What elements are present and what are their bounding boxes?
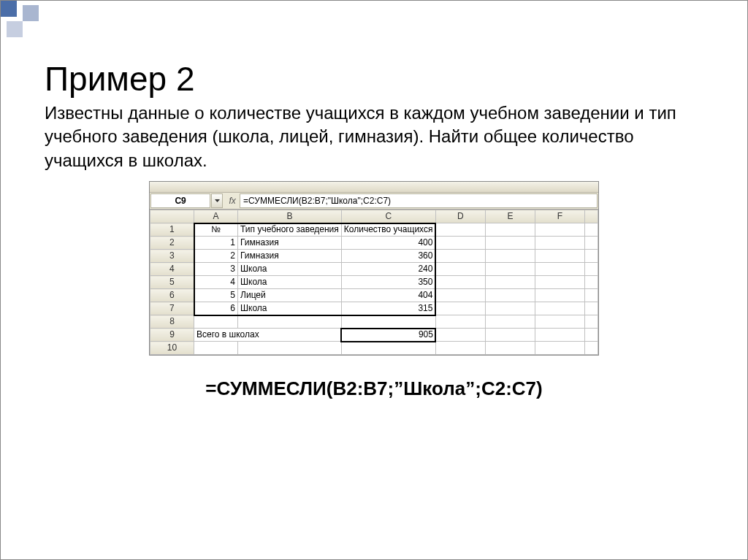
cell[interactable] — [485, 329, 535, 342]
col-header-B[interactable]: B — [238, 210, 342, 223]
chevron-down-icon — [215, 199, 220, 202]
cell[interactable]: № — [194, 223, 238, 237]
cell[interactable]: 1 — [194, 237, 238, 250]
excel-toolbar-strip — [150, 182, 598, 193]
row-header[interactable]: 6 — [150, 289, 194, 302]
cell[interactable] — [584, 289, 598, 302]
row-header[interactable]: 4 — [150, 263, 194, 276]
cell[interactable] — [584, 263, 598, 276]
cell[interactable] — [435, 223, 485, 237]
cell[interactable] — [485, 237, 535, 250]
row-header[interactable]: 10 — [150, 342, 194, 355]
cell[interactable]: 350 — [341, 276, 435, 289]
cell[interactable] — [485, 342, 535, 355]
cell[interactable]: 400 — [341, 237, 435, 250]
fx-button[interactable]: fx — [226, 193, 239, 209]
cell[interactable] — [535, 289, 584, 302]
cell[interactable] — [435, 329, 485, 342]
cell[interactable] — [535, 250, 584, 263]
formula-bar: C9 fx =СУММЕСЛИ(B2:B7;"Школа";C2:C7) — [150, 193, 598, 210]
cell[interactable] — [435, 342, 485, 355]
name-box[interactable]: C9 — [150, 193, 210, 208]
cell[interactable] — [435, 276, 485, 289]
row-header[interactable]: 1 — [150, 223, 194, 237]
cell[interactable]: 315 — [341, 302, 435, 315]
cell[interactable]: Гимназия — [238, 250, 342, 263]
col-header-A[interactable]: A — [194, 210, 238, 223]
table-row: 6 5 Лицей 404 — [150, 289, 598, 302]
cell[interactable] — [535, 276, 584, 289]
row-header[interactable]: 3 — [150, 250, 194, 263]
cell[interactable] — [584, 276, 598, 289]
select-all-corner[interactable] — [150, 210, 194, 223]
cell[interactable] — [584, 329, 598, 342]
cell[interactable] — [435, 302, 485, 315]
cell[interactable] — [194, 342, 238, 355]
cell[interactable] — [485, 276, 535, 289]
excel-screenshot: C9 fx =СУММЕСЛИ(B2:B7;"Школа";C2:C7) A B… — [149, 181, 599, 356]
cell[interactable] — [341, 315, 435, 329]
cell[interactable] — [435, 237, 485, 250]
cell[interactable]: Школа — [238, 263, 342, 276]
slide-title: Пример 2 — [45, 59, 703, 99]
cell[interactable] — [535, 263, 584, 276]
cell[interactable]: Школа — [238, 302, 342, 315]
cell[interactable]: 2 — [194, 250, 238, 263]
cell[interactable]: 3 — [194, 263, 238, 276]
cell[interactable]: Гимназия — [238, 237, 342, 250]
cell[interactable] — [535, 315, 584, 329]
cell[interactable]: Тип учебного заведения — [238, 223, 342, 237]
cell[interactable]: 5 — [194, 289, 238, 302]
formula-input[interactable]: =СУММЕСЛИ(B2:B7;"Школа";C2:C7) — [240, 193, 598, 208]
cell[interactable]: Количество учащихся — [341, 223, 435, 237]
cell[interactable] — [535, 329, 584, 342]
cell-selected[interactable]: 905 — [341, 329, 435, 342]
cell[interactable] — [485, 250, 535, 263]
cell[interactable]: 4 — [194, 276, 238, 289]
row-header[interactable]: 8 — [150, 315, 194, 329]
slide-description: Известны данные о количестве учащихся в … — [45, 101, 703, 172]
cell[interactable]: Школа — [238, 276, 342, 289]
col-header-E[interactable]: E — [485, 210, 535, 223]
row-header[interactable]: 5 — [150, 276, 194, 289]
cell[interactable]: 360 — [341, 250, 435, 263]
cell-total-label[interactable]: Всего в школах — [194, 329, 342, 342]
cell[interactable]: 6 — [194, 302, 238, 315]
cell[interactable] — [435, 289, 485, 302]
cell[interactable] — [238, 342, 342, 355]
cell[interactable] — [535, 302, 584, 315]
table-row: 7 6 Школа 315 — [150, 302, 598, 315]
cell[interactable] — [238, 315, 342, 329]
cell[interactable] — [535, 237, 584, 250]
cell[interactable] — [584, 250, 598, 263]
cell[interactable]: 240 — [341, 263, 435, 276]
row-header[interactable]: 2 — [150, 237, 194, 250]
cell[interactable] — [341, 342, 435, 355]
cell[interactable] — [584, 223, 598, 237]
cell[interactable]: 404 — [341, 289, 435, 302]
cell[interactable] — [485, 302, 535, 315]
row-header[interactable]: 9 — [150, 329, 194, 342]
cell[interactable] — [535, 223, 584, 237]
cell[interactable] — [485, 289, 535, 302]
row-header[interactable]: 7 — [150, 302, 194, 315]
cell[interactable] — [485, 263, 535, 276]
cell[interactable] — [485, 315, 535, 329]
cell[interactable] — [485, 223, 535, 237]
cell[interactable] — [435, 250, 485, 263]
col-header-D[interactable]: D — [435, 210, 485, 223]
cell[interactable] — [535, 342, 584, 355]
cell[interactable] — [584, 342, 598, 355]
spreadsheet-grid[interactable]: A B C D E F 1 № Тип учебного заведения К… — [150, 210, 598, 355]
cell[interactable]: Лицей — [238, 289, 342, 302]
cell[interactable] — [435, 263, 485, 276]
col-header-C[interactable]: C — [341, 210, 435, 223]
col-header-F[interactable]: F — [535, 210, 584, 223]
cell[interactable] — [584, 315, 598, 329]
name-box-dropdown[interactable] — [211, 193, 223, 208]
table-row: 4 3 Школа 240 — [150, 263, 598, 276]
cell[interactable] — [584, 237, 598, 250]
cell[interactable] — [435, 315, 485, 329]
cell[interactable] — [584, 302, 598, 315]
cell[interactable] — [194, 315, 238, 329]
